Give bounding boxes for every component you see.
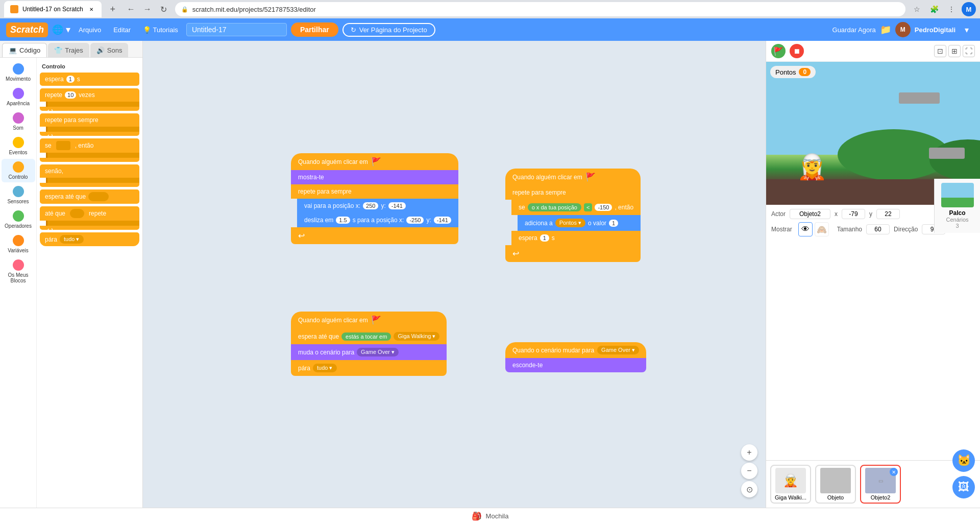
desliza-x[interactable]: -250: [406, 217, 424, 224]
forward-btn[interactable]: →: [140, 2, 155, 16]
hide-btn[interactable]: 🙈: [815, 222, 829, 236]
game-over-dropdown-1[interactable]: Game Over ▾: [357, 348, 399, 356]
para-dropdown[interactable]: tudo ▾: [60, 235, 83, 244]
palco-thumb[interactable]: [941, 183, 974, 207]
nav-arquivo[interactable]: Arquivo: [75, 24, 105, 36]
sprite-objeto[interactable]: Objeto: [815, 465, 856, 504]
globe-btn[interactable]: 🌐 ▾: [52, 24, 70, 35]
y-input[interactable]: [876, 209, 900, 219]
cat-som[interactable]: Som: [2, 110, 35, 133]
sprite-giga[interactable]: 🧝 Giga Walki...: [770, 465, 811, 504]
block-se-entao[interactable]: se , então: [40, 138, 139, 153]
desliza-block[interactable]: desliza em 1.5 s para a posição x: -250 …: [297, 213, 458, 227]
nav-editar[interactable]: Editar: [109, 24, 135, 36]
desliza-time[interactable]: 1.5: [336, 217, 350, 224]
more-btn[interactable]: ⋮: [944, 2, 959, 16]
lt-value[interactable]: -150: [595, 204, 612, 211]
user-avatar[interactable]: M: [895, 22, 911, 37]
stage-medium-btn[interactable]: ⊞: [948, 45, 961, 57]
game-over-dropdown-2[interactable]: Game Over ▾: [597, 346, 639, 354]
show-btn[interactable]: 👁: [798, 222, 813, 236]
bottom-bar[interactable]: 🎒 Mochila: [0, 508, 980, 524]
tab-codigo[interactable]: 💻 Código: [2, 43, 47, 57]
cat-variaveis[interactable]: Variáveis: [2, 232, 35, 256]
repete-sempre-block-1[interactable]: repete para sempre: [291, 184, 458, 199]
hat-block-3[interactable]: Quando alguém clicar em 🚩: [291, 312, 447, 328]
sprite-objeto2[interactable]: ▭ ✕ Objeto2: [860, 465, 901, 504]
repete-sempre-block-2[interactable]: repete para sempre: [505, 185, 641, 200]
pos-oval[interactable]: o x da tua posição: [528, 203, 581, 211]
add-value[interactable]: 1: [609, 220, 618, 227]
espera-block-g2[interactable]: espera 1 s: [511, 231, 641, 245]
pontos-dropdown[interactable]: Pontos ▾: [555, 219, 585, 227]
cat-movimento[interactable]: Movimento: [2, 61, 35, 84]
mostra-te-block[interactable]: mostra-te: [291, 170, 458, 184]
ver-pagina-btn[interactable]: ↻ Ver Página do Projecto: [342, 23, 435, 37]
vai-para-posicao-block[interactable]: vai para a posição x: 250 y: -141: [297, 199, 458, 213]
reload-btn[interactable]: ↻: [157, 2, 171, 16]
hat-block-4[interactable]: Quando o cenário mudar para Game Over ▾: [505, 342, 646, 358]
muda-cenario-block[interactable]: muda o cenário para Game Over ▾: [291, 344, 447, 360]
se-bloco[interactable]: se o x da tua posição < -150 , então: [511, 200, 641, 215]
tudo-dropdown[interactable]: tudo ▾: [313, 364, 336, 372]
bookmark-btn[interactable]: ☆: [910, 2, 924, 16]
cat-eventos[interactable]: Eventos: [2, 134, 35, 158]
x-input[interactable]: [842, 209, 865, 219]
block-senao[interactable]: senão,: [40, 164, 139, 178]
espera-input[interactable]: 1: [66, 76, 75, 83]
profile-btn[interactable]: M: [962, 2, 976, 16]
para-tudo-block[interactable]: pára tudo ▾: [291, 360, 447, 376]
new-tab-btn[interactable]: +: [106, 2, 120, 16]
giga-walking-dropdown[interactable]: Giga Walking ▾: [394, 332, 439, 341]
project-name-input[interactable]: [186, 23, 287, 36]
block-ate-que-repete[interactable]: até que repete: [40, 206, 139, 221]
espera-val[interactable]: 1: [540, 234, 549, 242]
hat-block-2[interactable]: Quando alguém clicar em 🚩: [505, 169, 641, 185]
zoom-out-btn[interactable]: −: [741, 463, 757, 479]
adiciona-block[interactable]: adiciona a Pontos ▾ o valor 1: [518, 215, 641, 231]
cat-controlo[interactable]: Controlo: [2, 159, 35, 182]
actor-input[interactable]: [790, 209, 830, 219]
folder-icon[interactable]: 📁: [880, 24, 891, 35]
block-espera[interactable]: espera 1 s: [40, 73, 139, 86]
address-bar[interactable]: 🔒 scratch.mit.edu/projects/521787533/edi…: [175, 2, 905, 16]
block-repete-sempre[interactable]: repete para sempre: [40, 113, 139, 127]
user-name[interactable]: PedroDigitali: [915, 26, 955, 34]
repete-input[interactable]: 10: [65, 91, 76, 99]
tamanho-input[interactable]: [866, 224, 890, 234]
stage-small-btn[interactable]: ⊡: [934, 45, 946, 57]
desliza-y[interactable]: -141: [434, 217, 451, 224]
cat-sensores[interactable]: Sensores: [2, 183, 35, 207]
espera-ate-block[interactable]: espera até que estás a tocar em Giga Wal…: [291, 328, 447, 344]
hat-block-1[interactable]: Quando alguém clicar em 🚩: [291, 153, 458, 170]
pos-y-input[interactable]: -141: [388, 202, 406, 209]
block-para-tudo[interactable]: pára tudo ▾: [40, 232, 139, 246]
toca-oval[interactable]: estás a tocar em: [341, 332, 391, 341]
cat-operadores[interactable]: Operadores: [2, 208, 35, 231]
block-repete[interactable]: repete 10 vezes: [40, 88, 139, 102]
zoom-reset-btn[interactable]: ⊙: [741, 481, 757, 497]
stop-btn[interactable]: ⏹: [790, 44, 804, 58]
cat-meus-blocos[interactable]: Os Meus Blocos: [2, 257, 35, 286]
green-flag-btn[interactable]: 🚩: [771, 44, 786, 58]
nav-tutorials[interactable]: 💡 Tutoriais: [139, 24, 182, 36]
delete-sprite-btn[interactable]: ✕: [890, 468, 898, 476]
stage-full-btn[interactable]: ⛶: [963, 45, 975, 57]
scratch-logo[interactable]: Scratch: [6, 22, 48, 37]
block-espera-ate[interactable]: espera até que: [40, 189, 139, 204]
pos-x-input[interactable]: 250: [363, 202, 378, 209]
partilhar-btn[interactable]: Partilhar: [291, 22, 338, 37]
esconde-te-block[interactable]: esconde-te: [505, 358, 646, 372]
tab-trajes[interactable]: 👕 Trajes: [48, 43, 89, 57]
extensions-btn[interactable]: 🧩: [927, 2, 941, 16]
back-btn[interactable]: ←: [124, 2, 138, 16]
user-menu-btn[interactable]: ▾: [960, 22, 974, 37]
tab-sons[interactable]: 🔊 Sons: [90, 43, 129, 57]
add-bg-btn[interactable]: 🖼: [952, 476, 975, 498]
guardar-btn[interactable]: Guardar Agora: [832, 26, 876, 34]
tab-close-btn[interactable]: ✕: [87, 5, 95, 13]
cat-aparencia[interactable]: Aparência: [2, 85, 35, 109]
add-sprite-btn[interactable]: 🐱: [952, 449, 975, 472]
zoom-in-btn[interactable]: +: [741, 444, 757, 461]
browser-tab[interactable]: Untitled-17 on Scratch ✕: [4, 1, 102, 17]
